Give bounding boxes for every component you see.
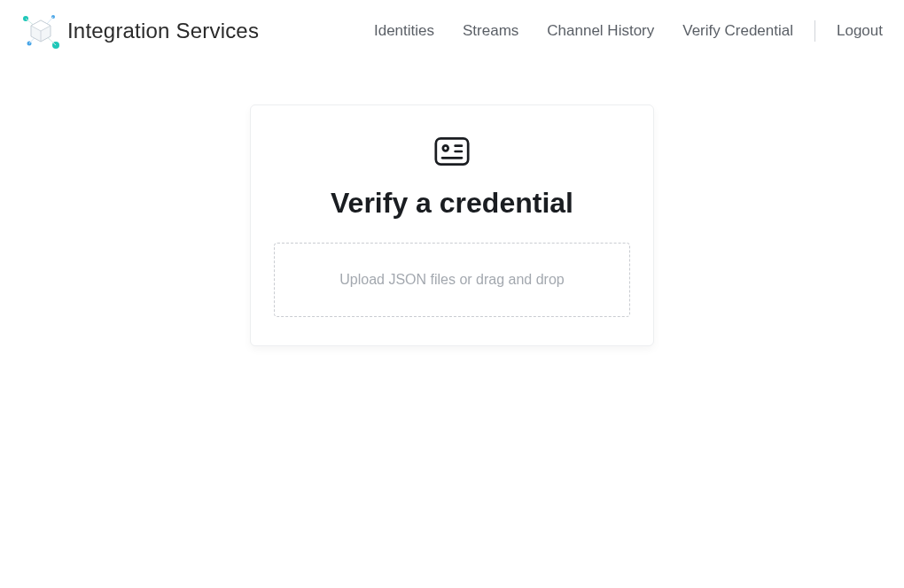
dropzone-label: Upload JSON files or drag and drop (339, 272, 564, 288)
svg-point-12 (443, 145, 448, 151)
nav-channel-history[interactable]: Channel History (547, 22, 654, 40)
main-nav: Identities Streams Channel History Verif… (374, 20, 883, 42)
nav-streams[interactable]: Streams (463, 22, 518, 40)
id-card-icon (434, 135, 470, 167)
svg-rect-11 (436, 138, 468, 164)
brand-logo-icon (21, 12, 60, 50)
brand-title: Integration Services (67, 19, 259, 43)
verify-card: Verify a credential Upload JSON files or… (250, 104, 654, 346)
card-title: Verify a credential (331, 187, 573, 220)
nav-divider (814, 20, 815, 42)
nav-logout[interactable]: Logout (837, 22, 883, 40)
header: Integration Services Identities Streams … (0, 0, 904, 62)
nav-verify-credential[interactable]: Verify Credential (682, 22, 793, 40)
main-content: Verify a credential Upload JSON files or… (0, 62, 904, 346)
brand[interactable]: Integration Services (21, 12, 259, 50)
upload-dropzone[interactable]: Upload JSON files or drag and drop (274, 243, 630, 317)
nav-identities[interactable]: Identities (374, 22, 434, 40)
